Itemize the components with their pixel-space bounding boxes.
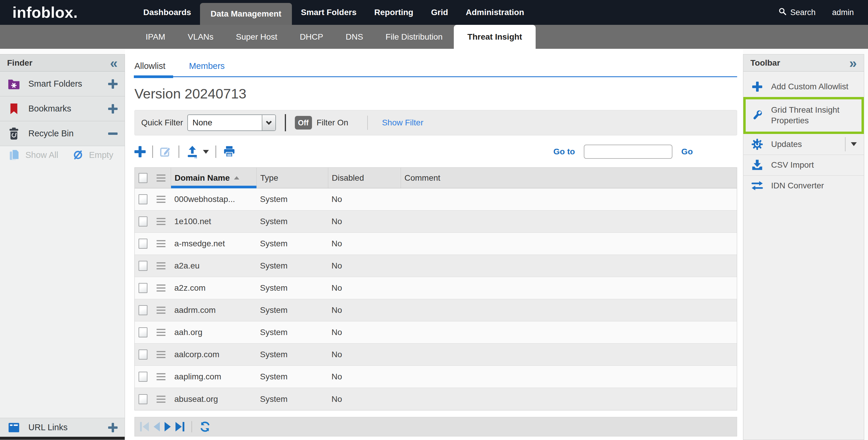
csv-import-icon [750, 159, 764, 171]
row-menu-icon[interactable] [157, 306, 165, 314]
page-title: Version 20240713 [134, 85, 737, 102]
cell-disabled: No [328, 394, 401, 404]
collapse-panel-icon[interactable]: « [110, 56, 118, 70]
sidebar-item-recycle-bin[interactable]: Recycle Bin [0, 121, 125, 146]
row-menu-icon[interactable] [157, 285, 165, 292]
pagination-bar [134, 417, 737, 436]
table-menu-icon[interactable] [157, 174, 165, 181]
table-row[interactable]: aadrm.com System No [135, 299, 737, 321]
add-url-link-button[interactable] [108, 423, 118, 432]
filter-toggle-button[interactable]: Off [295, 116, 312, 129]
table-row[interactable]: aalcorp.com System No [135, 344, 737, 366]
toolbar-item-add-custom-allowlist[interactable]: Add Custom Allowlist [743, 76, 864, 97]
table-row[interactable]: a2a.eu System No [135, 255, 737, 277]
table-row[interactable]: 1e100.net System No [135, 210, 737, 233]
row-menu-icon[interactable] [157, 329, 165, 336]
sidebar-item-smart-folders[interactable]: Smart Folders [0, 71, 125, 96]
row-checkbox[interactable] [138, 372, 148, 382]
topnav-item-administration[interactable]: Administration [457, 0, 533, 25]
upload-dropdown-caret-icon[interactable] [203, 150, 209, 154]
table-row[interactable]: abuseat.org System No [135, 388, 737, 410]
show-all-button[interactable]: Show All [8, 149, 58, 161]
updates-dropdown-button[interactable] [845, 137, 857, 151]
row-checkbox[interactable] [138, 305, 148, 315]
subnav-item-threat-insight[interactable]: Threat Insight [454, 25, 536, 49]
recycle-bin-tools: Show All Empty [0, 146, 125, 164]
row-checkbox[interactable] [138, 283, 148, 293]
column-header-type[interactable]: Type [256, 168, 328, 188]
subnav-item-vlans[interactable]: VLANs [176, 25, 224, 49]
select-all-cell [135, 168, 151, 188]
empty-button[interactable]: Empty [71, 149, 113, 160]
table-row[interactable]: a2z.com System No [135, 277, 737, 299]
row-checkbox[interactable] [138, 194, 148, 204]
top-nav-bar: infoblox. DashboardsData ManagementSmart… [0, 0, 868, 25]
row-menu-icon[interactable] [157, 218, 165, 225]
column-header-domain-name[interactable]: Domain Name [171, 168, 256, 188]
topnav-item-smart-folders[interactable]: Smart Folders [292, 0, 365, 25]
table-row[interactable]: a-msedge.net System No [135, 233, 737, 255]
row-checkbox[interactable] [138, 216, 148, 227]
collapse-recycle-bin-button[interactable] [108, 133, 118, 135]
topnav-item-data-management[interactable]: Data Management [200, 3, 292, 25]
row-menu-icon[interactable] [157, 262, 165, 269]
table-row[interactable]: aaplimg.com System No [135, 366, 737, 388]
first-page-button[interactable] [140, 422, 149, 432]
go-button[interactable]: Go [681, 147, 693, 156]
table-body: 000webhostap... System No 1e100.net Syst… [135, 188, 737, 410]
previous-page-button[interactable] [154, 422, 160, 432]
row-checkbox[interactable] [138, 239, 148, 249]
toolbar-item-updates[interactable]: Updates [743, 134, 864, 155]
refresh-button[interactable] [199, 421, 211, 433]
toolbar-item-idn-converter[interactable]: IDN Converter [743, 175, 864, 196]
cell-disabled: No [328, 239, 401, 248]
table-row[interactable]: 000webhostap... System No [135, 188, 737, 210]
toolbar-item-csv-import[interactable]: CSV Import [743, 155, 864, 175]
toolbar-item-grid-threat-insight-properties[interactable]: Grid Threat Insight Properties [743, 97, 864, 134]
upload-button[interactable] [186, 145, 209, 158]
expand-bookmarks-button[interactable] [108, 104, 118, 114]
last-page-button[interactable] [176, 422, 184, 432]
global-search-button[interactable]: Search [778, 7, 816, 18]
subnav-item-file-distribution[interactable]: File Distribution [374, 25, 454, 49]
show-filter-link[interactable]: Show Filter [382, 118, 423, 127]
row-menu-icon[interactable] [157, 395, 165, 403]
goto-input[interactable] [584, 145, 673, 159]
edit-entry-button[interactable] [159, 145, 172, 158]
tab-members[interactable]: Members [189, 61, 225, 76]
row-checkbox[interactable] [138, 350, 148, 359]
quick-filter-dropdown-button[interactable] [262, 115, 275, 130]
row-checkbox[interactable] [138, 327, 148, 338]
column-header-disabled[interactable]: Disabled [328, 168, 401, 188]
subnav-item-dns[interactable]: DNS [335, 25, 374, 49]
expand-smart-folders-button[interactable] [108, 79, 118, 89]
row-checkbox[interactable] [138, 261, 148, 271]
topnav-item-dashboards[interactable]: Dashboards [134, 0, 200, 25]
user-menu[interactable]: admin [832, 8, 854, 17]
print-button[interactable] [223, 145, 236, 158]
topnav-item-grid[interactable]: Grid [422, 0, 457, 25]
row-menu-icon[interactable] [157, 240, 165, 247]
expand-panel-icon[interactable]: » [849, 56, 857, 70]
main-content: Allowlist Members Version 20240713 Quick… [125, 49, 743, 440]
tab-allowlist[interactable]: Allowlist [134, 61, 165, 76]
row-menu-icon[interactable] [157, 196, 165, 203]
row-menu-icon[interactable] [157, 373, 165, 380]
sidebar-item-bookmarks[interactable]: Bookmarks [0, 96, 125, 121]
quick-filter-select[interactable]: None [187, 114, 276, 131]
select-all-checkbox[interactable] [138, 173, 148, 183]
subnav-item-ipam[interactable]: IPAM [134, 25, 176, 49]
table-row[interactable]: aah.org System No [135, 321, 737, 344]
row-checkbox[interactable] [138, 394, 148, 404]
sidebar-item-url-links[interactable]: URL Links [0, 418, 125, 437]
column-header-comment[interactable]: Comment [401, 168, 737, 188]
subnav-item-dhcp[interactable]: DHCP [289, 25, 335, 49]
add-entry-button[interactable] [134, 146, 146, 157]
topnav-item-reporting[interactable]: Reporting [366, 0, 422, 25]
action-divider [152, 145, 153, 158]
next-page-button[interactable] [164, 422, 171, 432]
subnav-item-super-host[interactable]: Super Host [225, 25, 289, 49]
url-links-label: URL Links [28, 422, 68, 432]
row-menu-icon[interactable] [157, 351, 165, 358]
cell-domain-name: 000webhostap... [171, 195, 256, 204]
